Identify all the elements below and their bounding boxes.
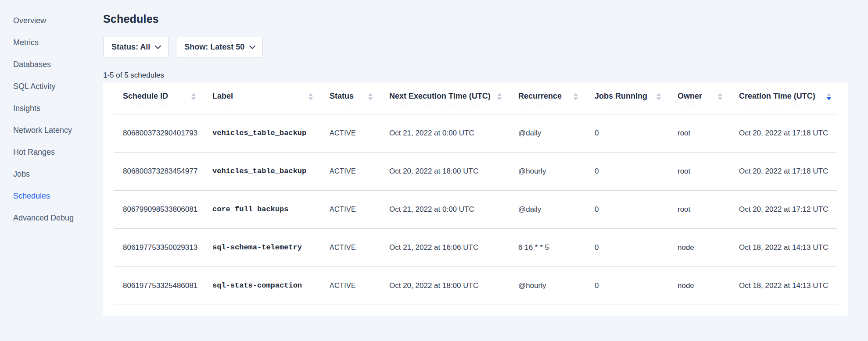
jobs-running-cell: 0 <box>595 152 678 190</box>
column-header-recurrence[interactable]: Recurrence <box>518 82 595 114</box>
owner-cell: root <box>678 190 739 228</box>
recurrence-cell: @daily <box>518 114 595 152</box>
schedule-id-cell: 806197753325486081 <box>114 266 212 305</box>
column-header-creation-time[interactable]: Creation Time (UTC) <box>739 82 837 114</box>
label-cell: vehicles_table_backup <box>212 114 330 152</box>
column-header-label[interactable]: Label <box>212 82 330 114</box>
table-row[interactable]: 806800373290401793 vehicles_table_backup… <box>114 114 837 152</box>
owner-cell: root <box>678 152 739 190</box>
creation-time-cell: Oct 20, 2022 at 17:12 UTC <box>739 190 837 228</box>
table-row[interactable]: 806799098533806081 core_full_backups ACT… <box>114 190 837 228</box>
column-header-status[interactable]: Status <box>330 82 389 114</box>
label-cell: vehicles_table_backup <box>212 152 330 190</box>
table-row[interactable]: 806197753350029313 sql-schema-telemetry … <box>114 228 837 266</box>
sidebar-item-metrics[interactable]: Metrics <box>0 32 103 53</box>
sort-icon[interactable] <box>368 93 373 100</box>
sidebar-item-databases[interactable]: Databases <box>0 53 103 75</box>
sidebar-item-insights[interactable]: Insights <box>0 97 103 119</box>
table-header-row: Schedule ID Label Status Next Execu <box>114 82 837 114</box>
status-cell: ACTIVE <box>330 190 389 228</box>
schedules-table-card: Schedule ID Label Status Next Execu <box>103 82 848 316</box>
column-header-owner[interactable]: Owner <box>678 82 739 114</box>
schedules-table: Schedule ID Label Status Next Execu <box>114 82 837 305</box>
schedule-id-cell: 806800373283454977 <box>114 152 212 190</box>
sort-icon[interactable] <box>574 93 578 100</box>
next-execution-cell: Oct 21, 2022 at 16:06 UTC <box>389 228 518 266</box>
sort-icon[interactable] <box>718 93 722 100</box>
column-header-jobs-running[interactable]: Jobs Running <box>595 82 678 114</box>
sidebar-item-overview[interactable]: Overview <box>0 10 103 32</box>
schedule-id-cell: 806800373290401793 <box>114 114 212 152</box>
sidebar-item-network-latency[interactable]: Network Latency <box>0 119 103 141</box>
sidebar-item-jobs[interactable]: Jobs <box>0 163 103 185</box>
jobs-running-cell: 0 <box>595 228 678 266</box>
table-row[interactable]: 806197753325486081 sql-stats-compaction … <box>114 266 837 305</box>
show-filter-dropdown[interactable]: Show: Latest 50 <box>176 37 263 57</box>
sidebar-item-sql-activity[interactable]: SQL Activity <box>0 75 103 97</box>
label-cell: sql-stats-compaction <box>212 266 330 305</box>
recurrence-cell: @hourly <box>518 152 595 190</box>
main-content: Schedules Status: All Show: Latest 50 1-… <box>103 0 868 341</box>
sidebar-item-hot-ranges[interactable]: Hot Ranges <box>0 141 103 163</box>
filter-bar: Status: All Show: Latest 50 <box>103 37 868 57</box>
owner-cell: node <box>678 266 739 305</box>
column-header-schedule-id[interactable]: Schedule ID <box>114 82 212 114</box>
status-cell: ACTIVE <box>330 266 389 305</box>
jobs-running-cell: 0 <box>595 190 678 228</box>
show-filter-label: Show: Latest 50 <box>184 43 244 52</box>
creation-time-cell: Oct 18, 2022 at 14:13 UTC <box>739 266 837 305</box>
chevron-down-icon <box>249 43 255 49</box>
status-filter-label: Status: All <box>111 43 150 52</box>
sort-icon-descending[interactable] <box>827 93 831 100</box>
status-cell: ACTIVE <box>330 152 389 190</box>
next-execution-cell: Oct 21, 2022 at 0:00 UTC <box>389 114 518 152</box>
page-title: Schedules <box>103 12 868 25</box>
schedule-id-cell: 806197753350029313 <box>114 228 212 266</box>
label-cell: sql-schema-telemetry <box>212 228 330 266</box>
sidebar: Overview Metrics Databases SQL Activity … <box>0 0 103 341</box>
creation-time-cell: Oct 20, 2022 at 17:18 UTC <box>739 114 837 152</box>
next-execution-cell: Oct 21, 2022 at 0:00 UTC <box>389 190 518 228</box>
schedule-id-cell: 806799098533806081 <box>114 190 212 228</box>
jobs-running-cell: 0 <box>595 114 678 152</box>
column-header-next-execution-time[interactable]: Next Execution Time (UTC) <box>389 82 518 114</box>
status-filter-dropdown[interactable]: Status: All <box>103 37 169 57</box>
creation-time-cell: Oct 20, 2022 at 17:18 UTC <box>739 152 837 190</box>
chevron-down-icon <box>155 43 161 49</box>
sort-icon[interactable] <box>497 93 502 100</box>
jobs-running-cell: 0 <box>595 266 678 305</box>
recurrence-cell: @daily <box>518 190 595 228</box>
recurrence-cell: 6 16 * * 5 <box>518 228 595 266</box>
sidebar-item-advanced-debug[interactable]: Advanced Debug <box>0 207 103 229</box>
results-count: 1-5 of 5 schedules <box>103 71 868 80</box>
sort-icon[interactable] <box>191 93 196 100</box>
creation-time-cell: Oct 18, 2022 at 14:13 UTC <box>739 228 837 266</box>
sort-icon[interactable] <box>656 93 661 100</box>
next-execution-cell: Oct 20, 2022 at 18:00 UTC <box>389 266 518 305</box>
status-cell: ACTIVE <box>330 228 389 266</box>
schedules-page: Overview Metrics Databases SQL Activity … <box>0 0 868 341</box>
sidebar-item-schedules[interactable]: Schedules <box>0 185 103 207</box>
sort-icon[interactable] <box>308 93 313 100</box>
owner-cell: root <box>678 114 739 152</box>
owner-cell: node <box>678 228 739 266</box>
label-cell: core_full_backups <box>212 190 330 228</box>
recurrence-cell: @hourly <box>518 266 595 305</box>
status-cell: ACTIVE <box>330 114 389 152</box>
next-execution-cell: Oct 20, 2022 at 18:00 UTC <box>389 152 518 190</box>
table-row[interactable]: 806800373283454977 vehicles_table_backup… <box>114 152 837 190</box>
